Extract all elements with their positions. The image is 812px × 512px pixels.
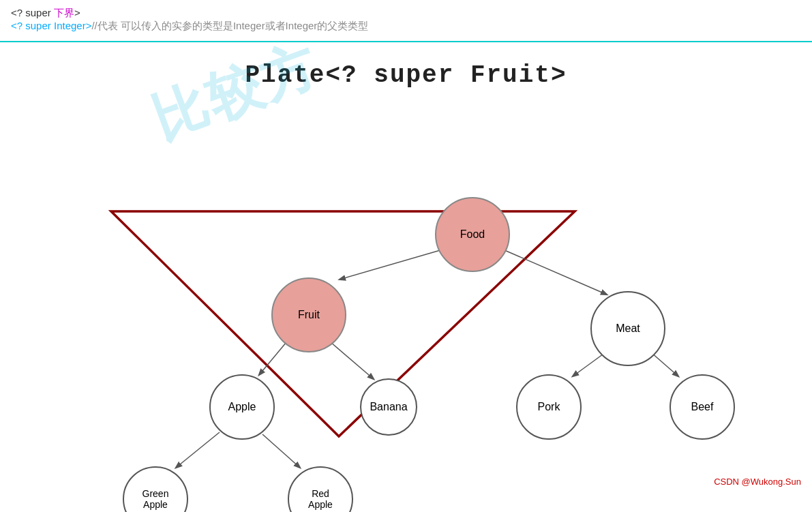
line1: <? super 下界> xyxy=(11,7,801,20)
footer: CSDN @Wukong.Sun xyxy=(714,477,801,487)
apple-label: Apple xyxy=(228,401,256,413)
pork-label: Pork xyxy=(538,401,560,413)
svg-line-1 xyxy=(340,247,452,280)
header: <? super 下界> <? super Integer>//代表 可以传入的… xyxy=(0,0,812,35)
svg-line-8 xyxy=(262,434,300,468)
svg-line-4 xyxy=(331,342,374,379)
meat-label: Meat xyxy=(616,322,640,335)
svg-line-2 xyxy=(505,250,607,295)
beef-label: Beef xyxy=(691,401,714,413)
code-snippet: <? super Integer> xyxy=(11,20,91,31)
node-apple: Apple xyxy=(209,374,275,440)
node-banana: Banana xyxy=(360,378,417,436)
svg-line-6 xyxy=(651,352,678,376)
node-green-apple: Green Apple xyxy=(123,466,188,512)
fruit-label: Fruit xyxy=(298,309,320,321)
node-beef: Beef xyxy=(670,374,735,440)
node-pork: Pork xyxy=(516,374,582,440)
bracket2: > xyxy=(74,7,80,18)
node-fruit: Fruit xyxy=(271,277,346,352)
diagram-title: Plate<? super Fruit> xyxy=(0,61,812,89)
green-apple-label: Green Apple xyxy=(142,488,169,510)
bracket1: <? super xyxy=(11,7,54,18)
node-meat: Meat xyxy=(590,291,665,366)
svg-line-3 xyxy=(259,342,286,375)
lower-bound-label: 下界 xyxy=(54,7,74,18)
svg-line-7 xyxy=(176,432,220,468)
svg-line-5 xyxy=(573,352,605,376)
banana-label: Banana xyxy=(370,401,407,413)
red-apple-label: Red Apple xyxy=(308,488,333,510)
diagram-area: 比较方 Plate<? super Fruit> Food F xyxy=(0,42,812,492)
node-food: Food xyxy=(435,197,510,272)
food-label: Food xyxy=(460,228,485,241)
comment-text: //代表 可以传入的实参的类型是Integer或者Integer的父类类型 xyxy=(91,20,368,31)
footer-text: CSDN @Wukong.Sun xyxy=(714,477,801,487)
node-red-apple: Red Apple xyxy=(288,466,353,512)
watermark: 比较方 xyxy=(142,29,329,157)
line2: <? super Integer>//代表 可以传入的实参的类型是Integer… xyxy=(11,20,801,33)
